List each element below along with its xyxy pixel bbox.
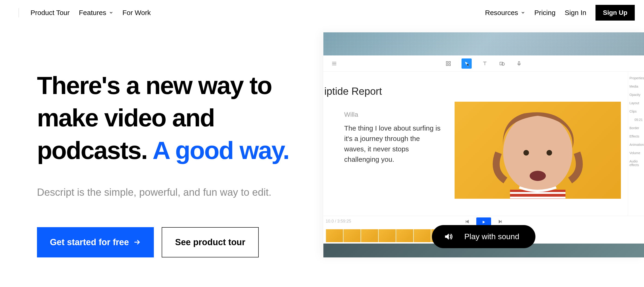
nav-label: Resources: [485, 9, 518, 17]
nav-product-tour[interactable]: Product Tour: [30, 9, 70, 17]
clip-thumb[interactable]: [326, 229, 343, 242]
video-thumbnail: [454, 102, 621, 199]
clip-thumb[interactable]: [414, 229, 431, 242]
app-top-background: [324, 32, 644, 56]
video-preview[interactable]: [450, 97, 626, 216]
sidebar-media[interactable]: Media: [630, 84, 642, 88]
svg-point-13: [530, 171, 546, 181]
grid-icon[interactable]: [444, 60, 452, 68]
transcript-text[interactable]: The thing I love about surfing is it's a…: [344, 123, 443, 164]
svg-point-12: [546, 150, 552, 156]
hero-right: iptide Report Willa The thing I love abo…: [324, 26, 644, 258]
sidebar-effects[interactable]: Effects: [630, 134, 642, 138]
app-body: iptide Report Willa The thing I love abo…: [324, 72, 644, 216]
svg-point-11: [524, 150, 529, 156]
get-started-button[interactable]: Get started for free: [37, 227, 154, 258]
play-icon: [482, 220, 486, 224]
app-editor: iptide Report Willa The thing I love abo…: [324, 72, 450, 216]
button-label: Get started for free: [50, 237, 129, 247]
nav-label: Features: [79, 9, 106, 17]
nav-for-work[interactable]: For Work: [122, 9, 151, 17]
arrow-right-icon: [134, 238, 141, 246]
svg-rect-5: [446, 64, 448, 66]
shapes-icon[interactable]: [498, 60, 506, 68]
time-readout: 10.0 / 3:59:25: [326, 219, 351, 224]
time-sep: /: [334, 219, 337, 224]
speaker-label: Willa: [344, 111, 443, 118]
hero-left: There's a new way to make video and podc…: [0, 26, 324, 258]
clip-thumb[interactable]: [378, 229, 396, 242]
hero-subhead: Descript is the simple, powerful, and fu…: [37, 185, 291, 200]
svg-point-8: [502, 62, 504, 66]
properties-sidebar: Properties Media Opacity Layout Clips 05…: [628, 72, 644, 216]
hero-headline: There's a new way to make video and podc…: [37, 69, 300, 166]
sidebar-clips[interactable]: Clips: [630, 110, 642, 113]
sidebar-clips-time: 05:21: [630, 118, 642, 122]
chevron-down-icon: [109, 11, 113, 15]
hero-section: There's a new way to make video and podc…: [0, 26, 644, 258]
header-right: Resources Pricing Sign In Sign Up: [485, 5, 635, 20]
brand-logo[interactable]: [9, 8, 19, 17]
svg-rect-7: [500, 62, 503, 65]
svg-rect-6: [449, 64, 450, 66]
time-total: 3:59:25: [337, 219, 351, 224]
svg-rect-9: [518, 62, 520, 64]
sound-pill-label: Play with sound: [464, 232, 519, 241]
speaker-icon: [444, 232, 453, 241]
clip-thumb[interactable]: [361, 229, 378, 242]
select-tool-icon[interactable]: [462, 58, 472, 69]
sidebar-opacity[interactable]: Opacity: [630, 93, 642, 96]
nav-resources[interactable]: Resources: [485, 9, 525, 17]
headline-accent: A good way.: [152, 136, 289, 164]
clip-thumb[interactable]: [396, 229, 414, 242]
person-illustration: [464, 106, 612, 199]
chevron-down-icon: [521, 11, 525, 15]
cta-row: Get started for free See product tour: [37, 227, 300, 258]
text-icon[interactable]: [481, 60, 489, 68]
sign-up-button[interactable]: Sign Up: [596, 5, 635, 20]
nav-label: Product Tour: [30, 9, 70, 17]
svg-rect-16: [510, 197, 566, 198]
sidebar-layout[interactable]: Layout: [630, 101, 642, 105]
nav-sign-in[interactable]: Sign In: [565, 9, 586, 17]
sidebar-border[interactable]: Border: [630, 126, 642, 130]
play-with-sound-button[interactable]: Play with sound: [432, 225, 536, 248]
site-header: Product Tour Features For Work Resources…: [0, 0, 644, 26]
toolbar-center: [444, 58, 523, 69]
nav-label: For Work: [122, 9, 151, 17]
app-window: iptide Report Willa The thing I love abo…: [324, 32, 644, 258]
nav-pricing[interactable]: Pricing: [534, 9, 556, 17]
skip-forward-button[interactable]: [498, 219, 503, 225]
sidebar-animation[interactable]: Animation: [630, 143, 642, 146]
clip-thumb[interactable]: [343, 229, 361, 242]
hamburger-icon[interactable]: [330, 60, 338, 68]
svg-rect-3: [446, 62, 448, 63]
mic-icon[interactable]: [515, 60, 523, 68]
nav-features[interactable]: Features: [79, 9, 113, 17]
sidebar-properties[interactable]: Properties: [630, 76, 642, 80]
document-title[interactable]: iptide Report: [324, 86, 443, 97]
sidebar-volume[interactable]: Volume: [630, 151, 642, 155]
header-left: Product Tour Features For Work: [9, 8, 151, 17]
sidebar-audio-effects[interactable]: Audio effects: [630, 160, 642, 167]
app-toolbar: [324, 56, 644, 72]
svg-rect-4: [449, 62, 450, 63]
product-tour-button[interactable]: See product tour: [162, 227, 259, 258]
svg-rect-15: [510, 192, 566, 194]
time-current: 10.0: [326, 219, 334, 224]
skip-back-button[interactable]: [464, 219, 470, 225]
